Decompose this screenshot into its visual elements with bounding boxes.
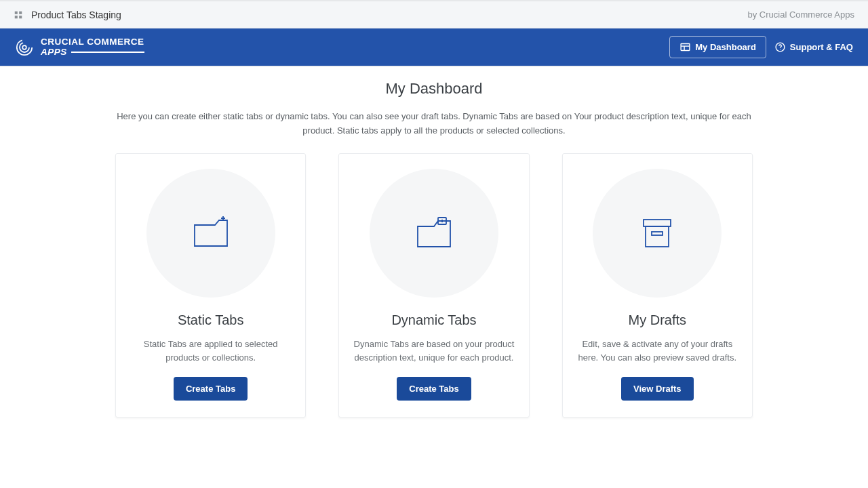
support-faq-label: Support & FAQ <box>790 42 853 52</box>
svg-point-5 <box>20 43 29 52</box>
topbar-by: by Crucial Commerce Apps <box>748 9 855 20</box>
logo-line1: CRUCIAL COMMERCE <box>41 37 144 47</box>
my-dashboard-button[interactable]: My Dashboard <box>669 36 766 58</box>
svg-rect-15 <box>652 232 663 235</box>
card-static-tabs: Static Tabs Static Tabs are applied to s… <box>115 153 306 418</box>
card-description: Dynamic Tabs are based on your product d… <box>353 338 515 365</box>
logo: CRUCIAL COMMERCE APPS <box>15 37 144 56</box>
create-dynamic-tabs-button[interactable]: Create Tabs <box>397 377 471 401</box>
support-faq-link[interactable]: Support & FAQ <box>774 41 853 53</box>
svg-point-6 <box>22 45 26 49</box>
app-icon <box>14 10 23 20</box>
my-dashboard-label: My Dashboard <box>695 42 756 52</box>
create-static-tabs-button[interactable]: Create Tabs <box>174 377 248 401</box>
main-content: My Dashboard Here you can create either … <box>95 66 773 445</box>
svg-rect-2 <box>15 16 18 18</box>
cards-row: Static Tabs Static Tabs are applied to s… <box>115 153 753 418</box>
svg-rect-7 <box>681 44 690 51</box>
view-drafts-button[interactable]: View Drafts <box>621 377 694 401</box>
navbar: CRUCIAL COMMERCE APPS My Dashboard Suppo… <box>0 28 868 66</box>
topbar: Product Tabs Staging by Crucial Commerce… <box>0 0 868 28</box>
page-description: Here you can create either static tabs o… <box>115 110 753 138</box>
svg-point-11 <box>780 49 781 49</box>
card-title: My Drafts <box>576 312 738 328</box>
folder-plus-top-icon <box>414 216 454 251</box>
svg-rect-13 <box>644 220 671 226</box>
card-title: Static Tabs <box>130 312 292 328</box>
dashboard-icon <box>679 41 691 53</box>
card-icon-circle <box>593 169 722 298</box>
card-dynamic-tabs: Dynamic Tabs Dynamic Tabs are based on y… <box>338 153 529 418</box>
logo-icon <box>15 38 34 57</box>
card-icon-circle <box>370 169 498 298</box>
logo-line2: APPS <box>41 47 67 57</box>
folder-plus-icon <box>191 216 231 251</box>
help-icon <box>774 41 786 53</box>
card-description: Static Tabs are applied to selected prod… <box>130 338 292 365</box>
topbar-title: Product Tabs Staging <box>31 9 121 20</box>
card-my-drafts: My Drafts Edit, save & activate any of y… <box>562 153 753 418</box>
archive-box-icon <box>639 216 675 251</box>
svg-rect-3 <box>19 16 22 18</box>
card-icon-circle <box>146 169 275 298</box>
card-title: Dynamic Tabs <box>353 312 515 328</box>
svg-rect-0 <box>15 11 18 14</box>
card-description: Edit, save & activate any of your drafts… <box>576 338 738 365</box>
svg-rect-1 <box>19 11 22 14</box>
svg-rect-14 <box>646 226 669 247</box>
page-title: My Dashboard <box>115 80 753 98</box>
